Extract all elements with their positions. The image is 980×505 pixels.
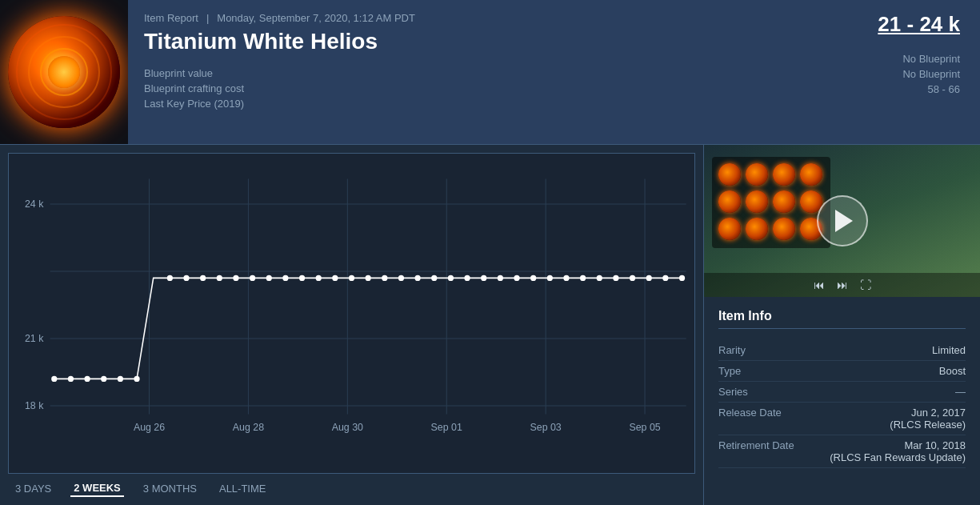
svg-point-39 bbox=[398, 275, 404, 281]
video-controls-bar: ⏮ ⏭ ⛶ bbox=[704, 273, 980, 297]
video-thumbnail[interactable]: ⏮ ⏭ ⛶ bbox=[704, 145, 980, 297]
blueprint-value-label: Blueprint value bbox=[144, 67, 304, 79]
svg-point-32 bbox=[282, 275, 288, 281]
chart-btn-3months[interactable]: 3 MONTHS bbox=[140, 480, 200, 497]
prev-icon[interactable]: ⏮ bbox=[814, 279, 825, 291]
svg-point-27 bbox=[200, 275, 206, 281]
price-chart: 24 k 21 k 18 k Aug 26 Aug 28 Aug 30 Sep … bbox=[9, 154, 694, 473]
svg-point-34 bbox=[316, 275, 322, 281]
svg-point-24 bbox=[134, 376, 139, 382]
retirement-date-value: Mar 10, 2018(RLCS Fan Rewards Update) bbox=[830, 439, 966, 463]
svg-point-43 bbox=[464, 275, 470, 281]
svg-point-49 bbox=[563, 275, 569, 281]
svg-point-41 bbox=[431, 275, 437, 281]
item-image-inner bbox=[8, 16, 120, 128]
svg-point-56 bbox=[679, 275, 685, 281]
blueprint-crafting-value: No Blueprint bbox=[902, 68, 960, 80]
svg-point-21 bbox=[84, 376, 90, 382]
rarity-value: Limited bbox=[932, 344, 966, 356]
svg-point-54 bbox=[646, 275, 652, 281]
thumb-wheel-11 bbox=[773, 218, 795, 240]
svg-point-25 bbox=[167, 275, 173, 281]
rarity-row: Rarity Limited bbox=[718, 340, 966, 361]
blueprint-crafting-label: Blueprint crafting cost bbox=[144, 82, 304, 94]
report-date: Monday, September 7, 2020, 1:12 AM PDT bbox=[217, 12, 415, 24]
series-row: Series — bbox=[718, 382, 966, 403]
separator: | bbox=[206, 12, 209, 24]
rarity-label: Rarity bbox=[718, 344, 746, 356]
svg-point-51 bbox=[597, 275, 602, 281]
series-value: — bbox=[955, 386, 966, 398]
thumb-wheel-1 bbox=[718, 163, 741, 186]
blueprint-value-row: Blueprint value bbox=[144, 67, 788, 79]
svg-point-50 bbox=[580, 275, 586, 281]
thumb-wheel-7 bbox=[773, 190, 795, 213]
svg-point-35 bbox=[332, 275, 338, 281]
retirement-date-label: Retirement Date bbox=[718, 439, 794, 451]
thumb-wheel-4 bbox=[800, 163, 822, 186]
svg-point-55 bbox=[662, 275, 668, 281]
svg-text:21 k: 21 k bbox=[25, 333, 44, 344]
helios-ring-inner bbox=[40, 48, 88, 96]
next-icon[interactable]: ⏭ bbox=[837, 279, 848, 291]
svg-text:24 k: 24 k bbox=[25, 198, 44, 210]
right-panel: ⏮ ⏭ ⛶ Item Info Rarity Limited Type Boos… bbox=[704, 145, 980, 505]
svg-point-20 bbox=[68, 376, 74, 382]
thumb-wheel-9 bbox=[718, 218, 741, 240]
chart-wrapper: 24 k 21 k 18 k Aug 26 Aug 28 Aug 30 Sep … bbox=[8, 153, 695, 474]
header-price: 21 - 24 k No Blueprint No Blueprint 58 -… bbox=[804, 0, 980, 144]
svg-point-30 bbox=[250, 275, 255, 281]
svg-point-19 bbox=[51, 376, 57, 382]
play-icon bbox=[835, 210, 853, 232]
series-label: Series bbox=[718, 386, 748, 398]
svg-point-44 bbox=[481, 275, 486, 281]
release-date-label: Release Date bbox=[718, 407, 782, 419]
type-row: Type Boost bbox=[718, 361, 966, 382]
svg-point-42 bbox=[448, 275, 454, 281]
svg-text:Aug 28: Aug 28 bbox=[233, 422, 264, 433]
last-key-label: Last Key Price (2019) bbox=[144, 98, 304, 110]
thumb-wheel-3 bbox=[773, 163, 795, 186]
fullscreen-icon[interactable]: ⛶ bbox=[860, 279, 871, 291]
item-image bbox=[0, 0, 128, 144]
svg-text:Sep 05: Sep 05 bbox=[629, 422, 660, 433]
item-title: Titanium White Helios bbox=[144, 29, 788, 54]
item-report-label: Item Report bbox=[144, 12, 198, 24]
svg-point-38 bbox=[382, 275, 387, 281]
thumb-wheel-6 bbox=[746, 190, 768, 213]
svg-point-46 bbox=[514, 275, 519, 281]
svg-point-48 bbox=[547, 275, 553, 281]
thumbnail-wheel-grid bbox=[712, 157, 830, 248]
svg-point-53 bbox=[630, 275, 635, 281]
svg-point-31 bbox=[266, 275, 272, 281]
blueprint-value-value: No Blueprint bbox=[902, 53, 960, 65]
chart-area: 24 k 21 k 18 k Aug 26 Aug 28 Aug 30 Sep … bbox=[0, 145, 704, 505]
svg-point-36 bbox=[349, 275, 354, 281]
svg-point-37 bbox=[366, 275, 371, 281]
svg-point-45 bbox=[498, 275, 503, 281]
svg-point-33 bbox=[299, 275, 305, 281]
svg-point-52 bbox=[613, 275, 618, 281]
svg-text:18 k: 18 k bbox=[25, 400, 44, 411]
item-info-section: Item Info Rarity Limited Type Boost Seri… bbox=[704, 297, 980, 505]
header-info: Item Report | Monday, September 7, 2020,… bbox=[128, 0, 804, 144]
release-date-value: Jun 2, 2017(RLCS Release) bbox=[890, 407, 966, 431]
helios-wheel-art bbox=[8, 16, 120, 128]
svg-point-28 bbox=[217, 275, 222, 281]
svg-point-47 bbox=[530, 275, 536, 281]
header: Item Report | Monday, September 7, 2020,… bbox=[0, 0, 980, 145]
thumb-wheel-5 bbox=[718, 190, 741, 213]
thumb-wheel-2 bbox=[746, 163, 768, 186]
last-key-value: 58 - 66 bbox=[928, 83, 960, 95]
type-value: Boost bbox=[939, 365, 966, 377]
chart-btn-alltime[interactable]: ALL-TIME bbox=[216, 480, 270, 497]
play-button[interactable] bbox=[817, 195, 868, 246]
svg-text:Aug 26: Aug 26 bbox=[134, 422, 165, 433]
thumb-wheel-10 bbox=[746, 218, 768, 240]
main-container: Item Report | Monday, September 7, 2020,… bbox=[0, 0, 980, 505]
chart-btn-2weeks[interactable]: 2 WEEKS bbox=[70, 480, 124, 497]
svg-point-29 bbox=[233, 275, 238, 281]
svg-point-23 bbox=[118, 376, 123, 382]
svg-point-40 bbox=[414, 275, 420, 281]
chart-btn-3days[interactable]: 3 DAYS bbox=[12, 480, 54, 497]
